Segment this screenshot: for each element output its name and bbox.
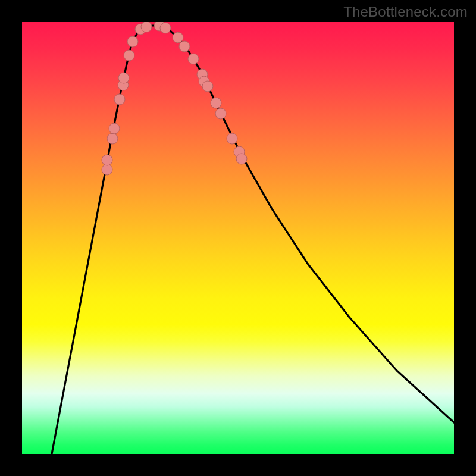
data-marker [109,123,120,134]
data-markers-group [102,22,247,175]
data-marker [124,50,134,61]
data-marker [107,133,118,144]
data-marker [179,41,190,52]
data-marker [173,32,183,43]
chart-outer-frame: TheBottleneck.com [0,0,476,476]
data-marker [227,133,237,144]
data-marker [102,164,112,175]
data-marker [215,108,226,119]
data-marker [211,98,221,108]
data-marker [102,155,112,165]
data-marker [118,73,129,83]
chart-svg [22,22,454,454]
data-marker [202,81,213,92]
watermark-text: TheBottleneck.com [343,4,468,20]
bottleneck-curve [52,26,454,454]
data-marker [141,22,152,32]
data-marker [188,54,199,64]
data-marker [114,94,125,105]
data-marker [236,154,247,164]
data-marker [127,36,138,47]
data-marker [160,23,171,33]
chart-plot-area [22,22,454,454]
